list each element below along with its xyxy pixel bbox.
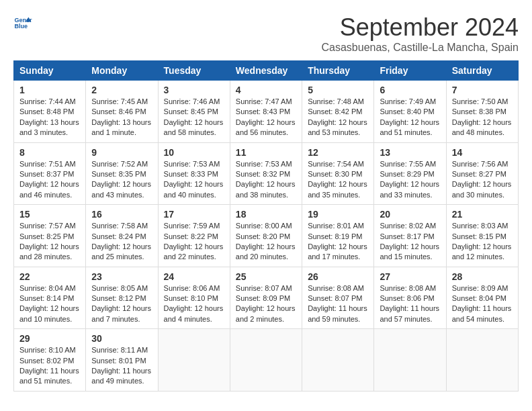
day-cell-7: 7Sunrise: 7:50 AMSunset: 8:38 PMDaylight… (446, 81, 518, 143)
day-cell-empty (302, 329, 374, 392)
col-sunday: Sunday (14, 61, 86, 81)
day-cell-empty (158, 329, 230, 392)
title-section: September 2024 Casasbuenas, Castille-La … (322, 13, 519, 54)
week-row-3: 15Sunrise: 7:57 AMSunset: 8:25 PMDayligh… (14, 205, 519, 267)
col-saturday: Saturday (446, 61, 518, 81)
logo: General Blue (13, 13, 32, 32)
day-cell-5: 5Sunrise: 7:48 AMSunset: 8:42 PMDaylight… (302, 81, 374, 143)
col-tuesday: Tuesday (158, 61, 230, 81)
subtitle: Casasbuenas, Castille-La Mancha, Spain (322, 42, 519, 54)
day-cell-27: 27Sunrise: 8:08 AMSunset: 8:06 PMDayligh… (374, 267, 446, 329)
day-cell-29: 29Sunrise: 8:10 AMSunset: 8:02 PMDayligh… (14, 329, 86, 392)
day-cell-15: 15Sunrise: 7:57 AMSunset: 8:25 PMDayligh… (14, 205, 86, 267)
day-cell-30: 30Sunrise: 8:11 AMSunset: 8:01 PMDayligh… (86, 329, 158, 392)
day-cell-2: 2Sunrise: 7:45 AMSunset: 8:46 PMDaylight… (86, 81, 158, 143)
day-cell-empty (230, 329, 302, 392)
day-cell-25: 25Sunrise: 8:07 AMSunset: 8:09 PMDayligh… (230, 267, 302, 329)
week-row-1: 1Sunrise: 7:44 AMSunset: 8:48 PMDaylight… (14, 81, 519, 143)
day-cell-23: 23Sunrise: 8:05 AMSunset: 8:12 PMDayligh… (86, 267, 158, 329)
col-monday: Monday (86, 61, 158, 81)
svg-text:Blue: Blue (14, 23, 28, 30)
day-cell-13: 13Sunrise: 7:55 AMSunset: 8:29 PMDayligh… (374, 142, 446, 205)
header: General Blue September 2024 Casasbuenas,… (13, 13, 519, 54)
day-cell-28: 28Sunrise: 8:09 AMSunset: 8:04 PMDayligh… (446, 267, 518, 329)
day-cell-4: 4Sunrise: 7:47 AMSunset: 8:43 PMDaylight… (230, 81, 302, 143)
day-cell-16: 16Sunrise: 7:58 AMSunset: 8:24 PMDayligh… (86, 205, 158, 267)
week-row-4: 22Sunrise: 8:04 AMSunset: 8:14 PMDayligh… (14, 267, 519, 329)
day-cell-empty (374, 329, 446, 392)
day-cell-empty (446, 329, 518, 392)
day-cell-9: 9Sunrise: 7:52 AMSunset: 8:35 PMDaylight… (86, 142, 158, 205)
day-cell-18: 18Sunrise: 8:00 AMSunset: 8:20 PMDayligh… (230, 205, 302, 267)
col-thursday: Thursday (302, 61, 374, 81)
day-cell-21: 21Sunrise: 8:03 AMSunset: 8:15 PMDayligh… (446, 205, 518, 267)
day-cell-12: 12Sunrise: 7:54 AMSunset: 8:30 PMDayligh… (302, 142, 374, 205)
calendar: Sunday Monday Tuesday Wednesday Thursday… (13, 60, 519, 392)
week-row-2: 8Sunrise: 7:51 AMSunset: 8:37 PMDaylight… (14, 142, 519, 205)
day-cell-6: 6Sunrise: 7:49 AMSunset: 8:40 PMDaylight… (374, 81, 446, 143)
day-cell-3: 3Sunrise: 7:46 AMSunset: 8:45 PMDaylight… (158, 81, 230, 143)
col-friday: Friday (374, 61, 446, 81)
week-row-5: 29Sunrise: 8:10 AMSunset: 8:02 PMDayligh… (14, 329, 519, 392)
day-cell-22: 22Sunrise: 8:04 AMSunset: 8:14 PMDayligh… (14, 267, 86, 329)
day-cell-10: 10Sunrise: 7:53 AMSunset: 8:33 PMDayligh… (158, 142, 230, 205)
day-cell-20: 20Sunrise: 8:02 AMSunset: 8:17 PMDayligh… (374, 205, 446, 267)
day-cell-26: 26Sunrise: 8:08 AMSunset: 8:07 PMDayligh… (302, 267, 374, 329)
day-cell-11: 11Sunrise: 7:53 AMSunset: 8:32 PMDayligh… (230, 142, 302, 205)
header-row: Sunday Monday Tuesday Wednesday Thursday… (14, 61, 519, 81)
main-title: September 2024 (322, 13, 519, 42)
day-cell-19: 19Sunrise: 8:01 AMSunset: 8:19 PMDayligh… (302, 205, 374, 267)
col-wednesday: Wednesday (230, 61, 302, 81)
logo-icon: General Blue (13, 13, 32, 32)
day-cell-8: 8Sunrise: 7:51 AMSunset: 8:37 PMDaylight… (14, 142, 86, 205)
day-cell-14: 14Sunrise: 7:56 AMSunset: 8:27 PMDayligh… (446, 142, 518, 205)
day-cell-1: 1Sunrise: 7:44 AMSunset: 8:48 PMDaylight… (14, 81, 86, 143)
day-cell-17: 17Sunrise: 7:59 AMSunset: 8:22 PMDayligh… (158, 205, 230, 267)
day-cell-24: 24Sunrise: 8:06 AMSunset: 8:10 PMDayligh… (158, 267, 230, 329)
